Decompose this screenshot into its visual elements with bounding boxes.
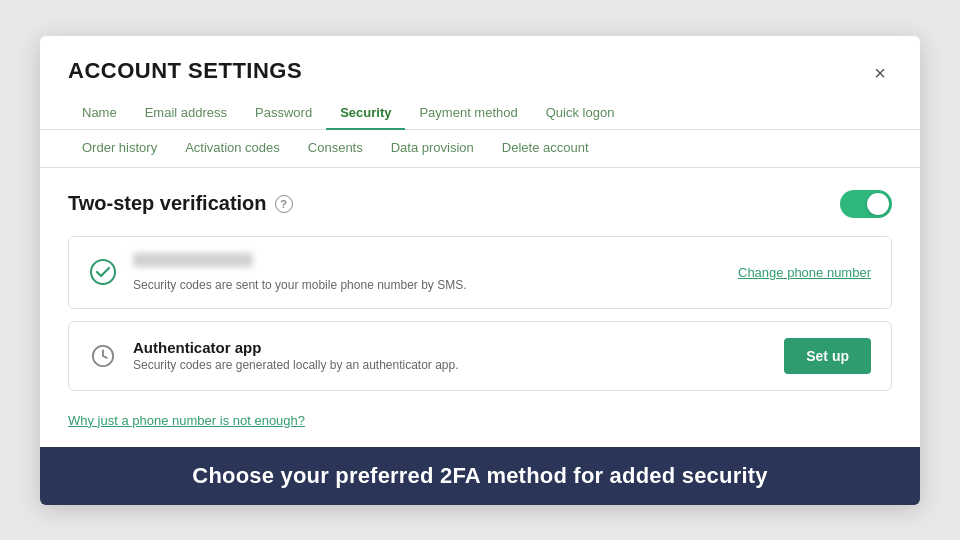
modal-title: ACCOUNT SETTINGS	[68, 58, 302, 84]
tab-order-history[interactable]: Order history	[68, 134, 171, 161]
sms-content: Security codes are sent to your mobile p…	[133, 253, 722, 292]
account-settings-modal: ACCOUNT SETTINGS × Name Email address Pa…	[40, 36, 920, 505]
setup-button[interactable]: Set up	[784, 338, 871, 374]
check-circle-icon	[89, 258, 117, 286]
tooltip-banner: Choose your preferred 2FA method for add…	[40, 447, 920, 505]
clock-icon	[89, 342, 117, 370]
tabs-row-2: Order history Activation codes Consents …	[40, 130, 920, 161]
tabs-row-1: Name Email address Password Security Pay…	[40, 87, 920, 129]
sms-card: Security codes are sent to your mobile p…	[68, 236, 892, 309]
authenticator-card: Authenticator app Security codes are gen…	[68, 321, 892, 391]
modal-header: ACCOUNT SETTINGS ×	[40, 36, 920, 87]
change-phone-link[interactable]: Change phone number	[738, 265, 871, 280]
auth-content: Authenticator app Security codes are gen…	[133, 339, 768, 372]
tab-payment[interactable]: Payment method	[405, 97, 531, 130]
tab-data-provision[interactable]: Data provision	[377, 134, 488, 161]
section-title-text: Two-step verification	[68, 192, 267, 215]
close-button[interactable]: ×	[868, 60, 892, 87]
tab-delete-account[interactable]: Delete account	[488, 134, 603, 161]
why-phone-link[interactable]: Why just a phone number is not enough?	[68, 413, 305, 428]
modal-body: Two-step verification ? Security codes a…	[40, 168, 920, 447]
svg-point-0	[91, 260, 115, 284]
tab-quicklogon[interactable]: Quick logon	[532, 97, 629, 130]
sms-description: Security codes are sent to your mobile p…	[133, 278, 722, 292]
tab-password[interactable]: Password	[241, 97, 326, 130]
toggle-thumb	[867, 193, 889, 215]
phone-number-blurred	[133, 253, 253, 267]
tab-email[interactable]: Email address	[131, 97, 241, 130]
tab-activation-codes[interactable]: Activation codes	[171, 134, 294, 161]
sms-action: Change phone number	[738, 263, 871, 281]
section-header: Two-step verification ?	[68, 190, 892, 218]
section-title: Two-step verification ?	[68, 192, 293, 215]
svg-line-3	[103, 356, 107, 358]
auth-title: Authenticator app	[133, 339, 768, 356]
toggle-track	[840, 190, 892, 218]
tab-consents[interactable]: Consents	[294, 134, 377, 161]
help-icon[interactable]: ?	[275, 195, 293, 213]
auth-action: Set up	[784, 338, 871, 374]
auth-description: Security codes are generated locally by …	[133, 358, 768, 372]
two-step-toggle[interactable]	[840, 190, 892, 218]
tab-security[interactable]: Security	[326, 97, 405, 130]
tab-name[interactable]: Name	[68, 97, 131, 130]
